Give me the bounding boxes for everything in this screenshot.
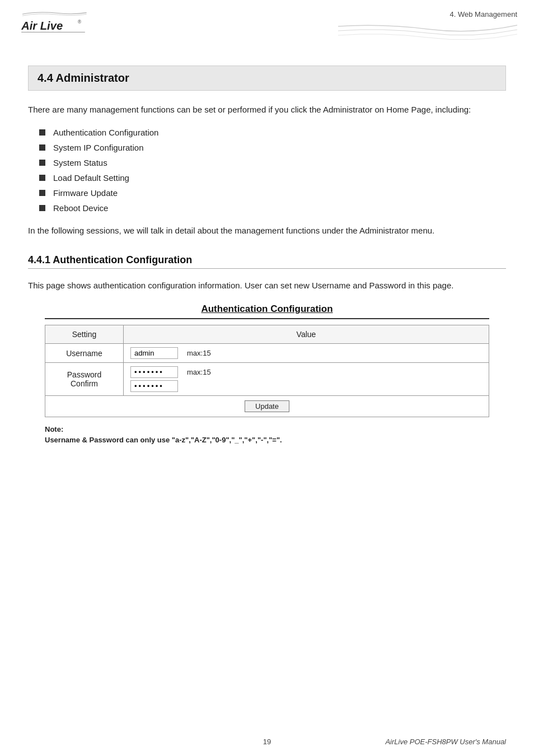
section-4-4-1-description: This page shows authentication configura… [28, 279, 506, 292]
table-row: Password Confirm max:15 [45, 363, 489, 396]
feature-bullet-list: Authentication Configuration System IP C… [39, 128, 506, 213]
bullet-icon [39, 175, 45, 181]
svg-text:Air Live: Air Live [21, 20, 63, 32]
bullet-icon [39, 205, 45, 211]
list-item-label: Reboot Device [53, 203, 108, 213]
auth-config-divider [45, 318, 489, 319]
section-4-4-followup: In the following sessions, we will talk … [28, 224, 506, 237]
list-item-label: System IP Configuration [53, 143, 143, 152]
value-cell-username: max:15 [124, 344, 489, 363]
manual-title: AirLive POE-FSH8PW User's Manual [385, 738, 506, 746]
list-item: System IP Configuration [39, 143, 506, 152]
value-cell-password: max:15 [124, 363, 489, 396]
update-button-cell: Update [45, 396, 489, 417]
username-max-label: max:15 [187, 349, 211, 357]
note-text: Username & Password can only use "a-z","… [45, 436, 489, 444]
list-item: Load Default Setting [39, 173, 506, 183]
password-input[interactable] [130, 366, 178, 378]
section-4-4-1-title: 4.4.1 Authentication Configuration [28, 254, 506, 269]
svg-text:®: ® [78, 20, 81, 25]
page-header: Air Live ® 4. Web Management [0, 0, 534, 49]
section-4-4-intro: There are many management functions can … [28, 103, 506, 116]
auth-config-table: Setting Value Username max:15 [45, 325, 489, 417]
setting-label-username: Username [45, 344, 124, 363]
table-header-value: Value [124, 325, 489, 344]
setting-label-password-confirm: Password Confirm [45, 363, 124, 396]
bullet-icon [39, 129, 45, 136]
confirm-password-input[interactable] [130, 380, 178, 392]
page-footer: 19 AirLive POE-FSH8PW User's Manual [0, 738, 534, 746]
note-label: Note: [45, 425, 63, 433]
password-max-label: max:15 [187, 368, 211, 376]
table-header-setting: Setting [45, 325, 124, 344]
note-section: Note: Username & Password can only use "… [45, 425, 489, 444]
section-4-4-1-heading-area: 4.4.1 Authentication Configuration [28, 254, 506, 269]
chapter-label: 4. Web Management [450, 10, 517, 18]
section-4-4-title: 4.4 Administrator [38, 72, 496, 85]
update-button[interactable]: Update [245, 400, 289, 412]
username-input[interactable] [130, 347, 178, 359]
header-right: 4. Web Management [338, 10, 517, 49]
bullet-icon [39, 144, 45, 151]
list-item-label: Authentication Configuration [53, 128, 158, 137]
auth-config-widget: Authentication Configuration Setting Val… [28, 304, 506, 444]
main-content: 4.4 Administrator There are many managem… [0, 49, 534, 466]
logo-area: Air Live ® [17, 10, 90, 41]
list-item-label: Firmware Update [53, 188, 118, 198]
header-swoosh [338, 21, 517, 49]
list-item: Firmware Update [39, 188, 506, 198]
bullet-icon [39, 190, 45, 196]
auth-config-widget-title: Authentication Configuration [45, 304, 489, 315]
bullet-icon [39, 160, 45, 166]
page-number: 19 [263, 738, 271, 746]
list-item: Reboot Device [39, 203, 506, 213]
airlive-logo: Air Live ® [17, 10, 90, 41]
list-item-label: Load Default Setting [53, 173, 129, 183]
list-item: Authentication Configuration [39, 128, 506, 137]
table-row: Username max:15 [45, 344, 489, 363]
list-item-label: System Status [53, 158, 107, 167]
section-4-4-heading-bar: 4.4 Administrator [28, 66, 506, 91]
list-item: System Status [39, 158, 506, 167]
table-row-update: Update [45, 396, 489, 417]
